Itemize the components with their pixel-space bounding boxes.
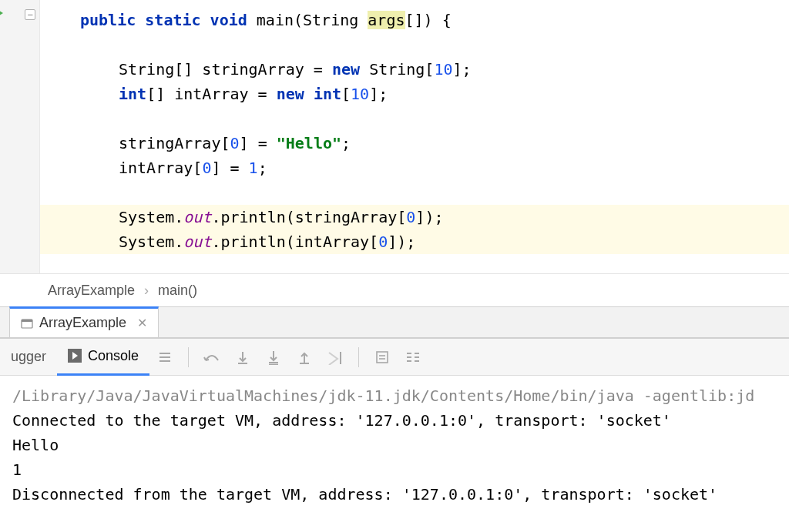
breadcrumb-separator-icon: › xyxy=(144,283,149,299)
code-line[interactable]: String[] stringArray = new String[10]; xyxy=(40,57,789,82)
code-token: [ xyxy=(341,85,351,103)
fold-icon[interactable]: − xyxy=(25,9,35,20)
console-command-line: /Library/Java/JavaVirtualMachines/jdk-11… xyxy=(12,383,777,408)
editor-gutter: − xyxy=(0,0,40,273)
run-config-icon xyxy=(21,317,33,330)
tab-debugger[interactable]: ugger xyxy=(0,339,57,376)
step-into-icon[interactable] xyxy=(227,339,258,376)
force-step-into-icon[interactable] xyxy=(258,339,289,376)
code-token: 10 xyxy=(351,85,369,103)
breadcrumb[interactable]: ArrayExample › main() xyxy=(0,273,789,306)
code-token: public xyxy=(80,11,145,29)
code-token: .println(stringArray[ xyxy=(211,208,406,226)
code-token: 1 xyxy=(249,159,258,177)
code-token: ]); xyxy=(415,208,443,226)
code-token: 0 xyxy=(202,159,211,177)
code-token: ]); xyxy=(388,233,415,251)
trace-icon[interactable] xyxy=(398,339,428,376)
code-line[interactable]: int[] intArray = new int[10]; xyxy=(40,82,789,106)
toolbar-divider xyxy=(188,347,189,367)
code-token: 0 xyxy=(378,233,388,251)
console-line: Connected to the target VM, address: '12… xyxy=(12,408,777,433)
code-token: String xyxy=(303,11,368,29)
code-token: 0 xyxy=(406,208,415,226)
code-area[interactable]: public static void main(String args[]) {… xyxy=(40,0,789,273)
code-token: stringArray[ xyxy=(119,134,230,152)
code-token: ] = xyxy=(211,159,248,177)
code-token: [] intArray = xyxy=(146,85,277,103)
code-token: ] = xyxy=(240,134,277,152)
code-token: .println(intArray[ xyxy=(211,233,378,251)
code-token: out xyxy=(183,208,211,226)
run-to-cursor-icon[interactable] xyxy=(320,339,351,376)
debug-toolbar: ugger Console xyxy=(0,339,789,376)
run-tabs-bar: ArrayExample ✕ xyxy=(0,306,789,339)
code-token: ]; xyxy=(453,60,472,79)
toolbar-lines-icon[interactable] xyxy=(149,339,180,376)
code-token: intArray[ xyxy=(119,159,202,177)
code-token: "Hello" xyxy=(277,134,341,152)
tab-console-label: Console xyxy=(88,348,139,364)
step-out-icon[interactable] xyxy=(289,339,320,376)
code-token: String[] stringArray = xyxy=(119,60,332,79)
code-line[interactable] xyxy=(40,106,789,131)
svg-rect-1 xyxy=(22,320,32,322)
code-token: String[ xyxy=(369,60,434,79)
console-line: 1 xyxy=(12,457,777,482)
step-over-icon[interactable] xyxy=(196,339,227,376)
code-token: void xyxy=(210,11,257,29)
tab-console[interactable]: Console xyxy=(57,339,149,376)
code-token: main( xyxy=(257,11,303,29)
code-line[interactable] xyxy=(40,32,789,57)
code-token: ]; xyxy=(369,85,388,103)
run-gutter-icon[interactable] xyxy=(0,6,3,20)
code-editor[interactable]: − public static void main(String args[])… xyxy=(0,0,789,273)
toolbar-divider xyxy=(358,347,359,367)
console-line: Hello xyxy=(12,433,777,457)
code-line[interactable] xyxy=(40,180,789,205)
code-token: ; xyxy=(258,159,267,177)
close-icon[interactable]: ✕ xyxy=(137,316,147,330)
run-tab-label: ArrayExample xyxy=(39,315,126,331)
code-token: new xyxy=(277,85,314,103)
code-token: System. xyxy=(119,233,183,251)
code-line[interactable]: System.out.println(intArray[0]); xyxy=(40,229,789,254)
evaluate-expression-icon[interactable] xyxy=(367,339,398,376)
breadcrumb-class[interactable]: ArrayExample xyxy=(48,283,135,299)
code-token: static xyxy=(145,11,210,29)
console-output[interactable]: /Library/Java/JavaVirtualMachines/jdk-11… xyxy=(0,376,789,532)
code-token: new xyxy=(332,60,369,79)
code-token: int xyxy=(314,85,341,103)
code-token: System. xyxy=(119,208,183,226)
run-tab-arrayexample[interactable]: ArrayExample ✕ xyxy=(9,306,159,337)
svg-rect-7 xyxy=(377,352,388,363)
code-token: ; xyxy=(341,134,351,152)
code-line[interactable]: stringArray[0] = "Hello"; xyxy=(40,131,789,156)
breadcrumb-method[interactable]: main() xyxy=(158,283,197,299)
code-line[interactable]: intArray[0] = 1; xyxy=(40,156,789,180)
tab-debugger-label: ugger xyxy=(11,349,46,365)
code-token: 10 xyxy=(434,60,452,79)
console-play-icon xyxy=(68,349,82,363)
code-token: out xyxy=(183,233,211,251)
code-line[interactable]: System.out.println(stringArray[0]); xyxy=(40,205,789,229)
console-line: Disconnected from the target VM, address… xyxy=(12,482,777,507)
code-token: []) { xyxy=(405,11,452,29)
code-token: 0 xyxy=(230,134,240,152)
code-token: args xyxy=(368,11,405,29)
code-token: int xyxy=(119,85,146,103)
code-line[interactable]: public static void main(String args[]) { xyxy=(40,8,789,32)
